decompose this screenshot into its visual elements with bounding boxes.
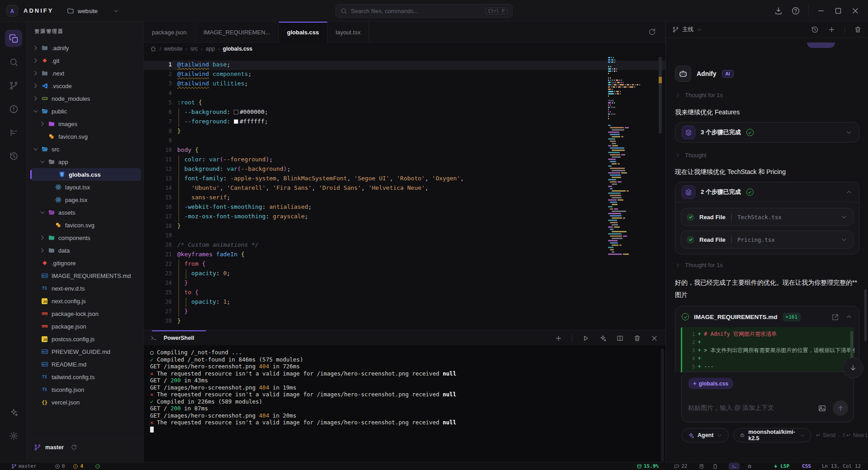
editor-tab-IMAGE_REQUIREMEN...[interactable]: IMAGE_REQUIREMEN... (195, 22, 279, 42)
close-panel-button[interactable] (651, 334, 658, 342)
tree-item-.vscode[interactable]: .vscode (27, 80, 144, 92)
statusbar-lsp[interactable]: LSP (773, 463, 789, 469)
tree-item-public[interactable]: public (27, 105, 144, 118)
tree-item-layout.tsx[interactable]: layout.tsx (27, 181, 144, 193)
tree-item-postcss.config.js[interactable]: JSpostcss.config.js (27, 333, 144, 345)
activity-item-settings[interactable] (5, 427, 22, 444)
scroll-to-bottom-button[interactable] (843, 357, 863, 378)
delete-chat-button[interactable] (854, 26, 862, 33)
thought-toggle[interactable]: Thought for 1s (675, 262, 859, 268)
statusbar-memory[interactable]: 15.9% (637, 463, 659, 469)
tree-item-data[interactable]: data (27, 244, 144, 257)
mode-selector[interactable]: Agent (681, 428, 729, 442)
run-button[interactable] (582, 334, 590, 342)
chat-messages[interactable]: Adnify AI Thought for 1s我来继续优化 Features3… (666, 38, 868, 372)
activity-item-explorer[interactable] (5, 30, 22, 47)
code-editor[interactable]: 1@tailwind base;2@tailwind components;3@… (144, 55, 665, 352)
thread-selector[interactable]: 主线 (672, 26, 703, 33)
tree-item-vercel.json[interactable]: {}vercel.json (27, 396, 144, 409)
tree-item-favicon.svg[interactable]: favicon.svg (27, 219, 144, 231)
tree-item-.adnify[interactable]: .adnify (27, 42, 144, 54)
tree-item-PREVIEW_GUIDE.md[interactable]: PREVIEW_GUIDE.md (27, 345, 144, 358)
ai-terminal-button[interactable] (599, 334, 607, 342)
send-button[interactable] (833, 400, 848, 416)
terminal-output[interactable]: ○ Compiling /_not-found ...✓ Compiled /_… (144, 345, 665, 462)
tree-item-favicon.svg[interactable]: favicon.svg (27, 130, 144, 143)
breadcrumb-item[interactable]: src (190, 46, 198, 52)
tree-item-images[interactable]: images (27, 118, 144, 130)
statusbar-log[interactable] (699, 464, 704, 469)
statusbar-branch[interactable]: master (11, 463, 37, 469)
statusbar-debug[interactable] (747, 464, 752, 469)
tree-item-next-env.d.ts[interactable]: TSnext-env.d.ts (27, 282, 144, 295)
breadcrumb-item[interactable]: website (164, 46, 183, 52)
attach-image-button[interactable] (818, 404, 826, 413)
editor-tab-layout.tsx[interactable]: layout.tsx (328, 22, 369, 42)
editor-scrollbar[interactable] (657, 55, 663, 352)
split-terminal-button[interactable] (616, 334, 624, 342)
tree-item-src[interactable]: src (27, 143, 144, 155)
activity-item-history[interactable] (5, 147, 22, 164)
statusbar-cursor-position[interactable]: Ln 13, Col 12 (822, 463, 861, 469)
minimap[interactable] (608, 57, 629, 265)
tree-item-tsconfig.json[interactable]: TStsconfig.json (27, 383, 144, 396)
breadcrumb-item[interactable]: app (206, 46, 215, 52)
chevron-up-icon[interactable] (845, 313, 853, 320)
kill-terminal-button[interactable] (633, 334, 641, 342)
terminal-scrollbar[interactable] (661, 348, 664, 461)
refresh-icon[interactable] (71, 444, 77, 451)
file-edit-card[interactable]: IMAGE_REQUIREMENTS.md+1611+# Adnify 官网图片… (675, 306, 859, 372)
tree-item-.git[interactable]: .git (27, 54, 144, 67)
reload-icon[interactable] (648, 28, 656, 36)
step-row[interactable]: Read File|Pricing.tsx (681, 230, 854, 249)
step-row[interactable]: Read File|TechStack.tsx (681, 208, 854, 226)
activity-item-outline[interactable] (5, 124, 22, 141)
tree-item-assets[interactable]: assets (27, 206, 144, 219)
download-icon[interactable] (774, 6, 783, 15)
tree-item-next.config.js[interactable]: JSnext.config.js (27, 295, 144, 307)
activity-item-source-control[interactable] (5, 77, 22, 94)
open-file-icon[interactable] (831, 313, 839, 321)
model-selector[interactable]: moonshotai/kimi-k2.5 (733, 428, 811, 442)
tree-item-README.md[interactable]: README.md (27, 358, 144, 371)
tree-item-package-lock.json[interactable]: package-lock.json (27, 307, 144, 320)
tree-item-IMAGE_REQUIREMENTS.md[interactable]: IMAGE_REQUIREMENTS.md (27, 269, 144, 282)
tree-item-app[interactable]: app (27, 155, 144, 168)
activity-item-problems[interactable] (5, 100, 22, 118)
chevron-down-icon[interactable] (840, 213, 848, 221)
chat-input-box[interactable]: +globals.css 粘贴图片，输入 @ 添加上下文 (681, 371, 854, 423)
project-selector[interactable]: website (61, 4, 125, 18)
terminal-tab[interactable]: PowerShell (162, 330, 206, 345)
scm-branch-row[interactable]: master (27, 438, 144, 456)
window-maximize-button[interactable] (834, 6, 843, 15)
editor-tab-globals.css[interactable]: globals.css (279, 22, 328, 42)
tree-item-.gitignore[interactable]: .gitignore (27, 257, 144, 269)
chevron-down-icon[interactable] (840, 236, 848, 243)
window-close-button[interactable] (851, 6, 860, 15)
new-chat-button[interactable] (828, 26, 835, 33)
activity-item-ai-assistant[interactable] (5, 404, 22, 421)
window-minimize-button[interactable] (816, 6, 826, 15)
chat-history-button[interactable] (811, 26, 819, 33)
statusbar-clipboard[interactable] (712, 464, 718, 469)
breadcrumb-item[interactable]: globals.css (223, 46, 252, 52)
tree-item-page.tsx[interactable]: page.tsx (27, 193, 144, 206)
chat-scrollbar[interactable] (864, 289, 867, 341)
tree-item-.next[interactable]: .next (27, 67, 144, 80)
tree-item-node_modules[interactable]: node_modules (27, 92, 144, 105)
tree-item-globals.css[interactable]: globals.css (30, 168, 141, 181)
activity-item-search[interactable] (5, 53, 22, 70)
tree-item-tailwind.config.ts[interactable]: TStailwind.config.ts (27, 371, 144, 383)
statusbar-comments[interactable]: 22 (674, 463, 687, 469)
scrollbar-thumb[interactable] (659, 57, 662, 134)
chevron-down-icon[interactable] (845, 129, 853, 136)
context-chip[interactable]: +globals.css (688, 378, 733, 389)
statusbar-terminal[interactable] (729, 463, 740, 470)
statusbar-check[interactable] (95, 464, 100, 469)
new-terminal-button[interactable] (555, 334, 562, 342)
editor-tab-package.json[interactable]: package.json (144, 22, 195, 42)
breadcrumb[interactable]: /website›src›app›globals.css (144, 42, 665, 55)
statusbar-warnings[interactable]: 4 (73, 463, 83, 469)
statusbar-language[interactable]: CSS (802, 463, 811, 469)
steps-card[interactable]: 3 个步骤已完成 (675, 122, 859, 143)
